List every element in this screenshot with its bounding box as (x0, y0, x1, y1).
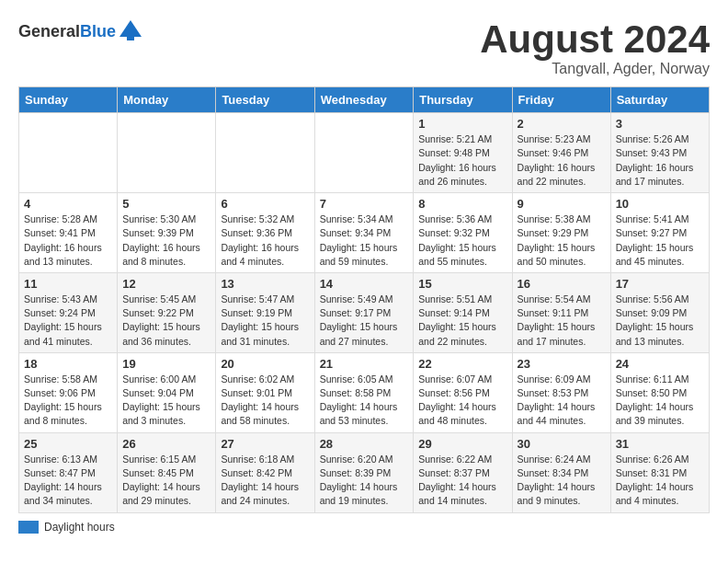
calendar-cell: 25Sunrise: 6:13 AM Sunset: 8:47 PM Dayli… (19, 432, 118, 512)
calendar-week-row: 18Sunrise: 5:58 AM Sunset: 9:06 PM Dayli… (19, 352, 710, 432)
logo-icon (118, 18, 143, 44)
calendar-cell: 5Sunrise: 5:30 AM Sunset: 9:39 PM Daylig… (118, 193, 216, 273)
calendar-week-row: 1Sunrise: 5:21 AM Sunset: 9:48 PM Daylig… (19, 113, 710, 193)
day-number: 23 (518, 357, 606, 371)
day-info: Sunrise: 5:32 AM Sunset: 9:36 PM Dayligh… (221, 213, 309, 269)
day-number: 25 (24, 437, 112, 451)
calendar-body: 1Sunrise: 5:21 AM Sunset: 9:48 PM Daylig… (19, 113, 710, 512)
calendar-cell (314, 113, 414, 193)
calendar-cell: 30Sunrise: 6:24 AM Sunset: 8:34 PM Dayli… (512, 432, 610, 512)
calendar-cell: 26Sunrise: 6:15 AM Sunset: 8:45 PM Dayli… (118, 432, 216, 512)
day-info: Sunrise: 5:28 AM Sunset: 9:41 PM Dayligh… (24, 213, 112, 269)
day-number: 15 (418, 277, 506, 291)
title-block: August 2024 Tangvall, Agder, Norway (480, 18, 710, 77)
calendar-cell: 24Sunrise: 6:11 AM Sunset: 8:50 PM Dayli… (610, 352, 709, 432)
calendar-cell: 12Sunrise: 5:45 AM Sunset: 9:22 PM Dayli… (118, 272, 216, 352)
day-number: 18 (24, 357, 112, 371)
day-info: Sunrise: 6:13 AM Sunset: 8:47 PM Dayligh… (24, 453, 112, 509)
day-info: Sunrise: 5:41 AM Sunset: 9:27 PM Dayligh… (616, 213, 704, 269)
day-info: Sunrise: 5:30 AM Sunset: 9:39 PM Dayligh… (122, 213, 210, 269)
day-number: 5 (122, 197, 210, 211)
day-info: Sunrise: 6:22 AM Sunset: 8:37 PM Dayligh… (418, 453, 506, 509)
day-info: Sunrise: 5:43 AM Sunset: 9:24 PM Dayligh… (24, 293, 112, 349)
day-number: 3 (616, 117, 704, 131)
calendar-cell: 14Sunrise: 5:49 AM Sunset: 9:17 PM Dayli… (314, 272, 414, 352)
day-info: Sunrise: 5:23 AM Sunset: 9:46 PM Dayligh… (518, 132, 606, 189)
day-info: Sunrise: 5:56 AM Sunset: 9:09 PM Dayligh… (616, 293, 704, 349)
calendar-cell: 15Sunrise: 5:51 AM Sunset: 9:14 PM Dayli… (414, 272, 512, 352)
calendar-week-row: 11Sunrise: 5:43 AM Sunset: 9:24 PM Dayli… (19, 272, 710, 352)
day-number: 21 (320, 357, 409, 371)
day-number: 6 (221, 197, 309, 211)
calendar-cell: 3Sunrise: 5:26 AM Sunset: 9:43 PM Daylig… (610, 113, 709, 193)
calendar-cell (118, 113, 216, 193)
calendar-cell: 11Sunrise: 5:43 AM Sunset: 9:24 PM Dayli… (19, 272, 118, 352)
calendar-cell: 2Sunrise: 5:23 AM Sunset: 9:46 PM Daylig… (512, 113, 610, 193)
day-number: 14 (320, 277, 409, 291)
day-info: Sunrise: 6:18 AM Sunset: 8:42 PM Dayligh… (221, 453, 309, 509)
calendar-week-row: 25Sunrise: 6:13 AM Sunset: 8:47 PM Dayli… (19, 432, 710, 512)
calendar-table: SundayMondayTuesdayWednesdayThursdayFrid… (18, 86, 710, 512)
day-info: Sunrise: 5:38 AM Sunset: 9:29 PM Dayligh… (518, 213, 606, 269)
calendar-cell: 20Sunrise: 6:02 AM Sunset: 9:01 PM Dayli… (216, 352, 314, 432)
calendar-cell: 8Sunrise: 5:36 AM Sunset: 9:32 PM Daylig… (414, 193, 512, 273)
calendar-cell: 31Sunrise: 6:26 AM Sunset: 8:31 PM Dayli… (610, 432, 709, 512)
day-number: 12 (122, 277, 210, 291)
weekday-header: Monday (118, 87, 216, 113)
weekday-header: Sunday (19, 87, 118, 113)
day-number: 16 (518, 277, 606, 291)
legend: Daylight hours (18, 521, 710, 534)
weekday-header: Tuesday (216, 87, 314, 113)
day-number: 20 (221, 357, 309, 371)
day-info: Sunrise: 5:47 AM Sunset: 9:19 PM Dayligh… (221, 293, 309, 349)
day-info: Sunrise: 6:15 AM Sunset: 8:45 PM Dayligh… (122, 453, 210, 509)
day-info: Sunrise: 6:20 AM Sunset: 8:39 PM Dayligh… (320, 453, 409, 509)
calendar-cell: 22Sunrise: 6:07 AM Sunset: 8:56 PM Dayli… (414, 352, 512, 432)
page-title: August 2024 (480, 18, 710, 61)
logo: GeneralBlue (18, 18, 143, 44)
weekday-header: Saturday (610, 87, 709, 113)
day-info: Sunrise: 6:00 AM Sunset: 9:04 PM Dayligh… (122, 373, 210, 429)
calendar-cell: 4Sunrise: 5:28 AM Sunset: 9:41 PM Daylig… (19, 193, 118, 273)
calendar-cell: 19Sunrise: 6:00 AM Sunset: 9:04 PM Dayli… (118, 352, 216, 432)
weekday-header-row: SundayMondayTuesdayWednesdayThursdayFrid… (19, 87, 710, 113)
weekday-header: Wednesday (314, 87, 414, 113)
day-number: 27 (221, 437, 309, 451)
day-number: 11 (24, 277, 112, 291)
day-number: 28 (320, 437, 409, 451)
day-number: 22 (418, 357, 506, 371)
calendar-cell: 27Sunrise: 6:18 AM Sunset: 8:42 PM Dayli… (216, 432, 314, 512)
day-number: 30 (518, 437, 606, 451)
day-number: 29 (418, 437, 506, 451)
calendar-cell: 6Sunrise: 5:32 AM Sunset: 9:36 PM Daylig… (216, 193, 314, 273)
calendar-cell (216, 113, 314, 193)
day-info: Sunrise: 5:34 AM Sunset: 9:34 PM Dayligh… (320, 213, 409, 269)
calendar-cell: 18Sunrise: 5:58 AM Sunset: 9:06 PM Dayli… (19, 352, 118, 432)
day-number: 9 (518, 197, 606, 211)
day-info: Sunrise: 5:26 AM Sunset: 9:43 PM Dayligh… (616, 132, 704, 189)
calendar-week-row: 4Sunrise: 5:28 AM Sunset: 9:41 PM Daylig… (19, 193, 710, 273)
day-number: 10 (616, 197, 704, 211)
weekday-header: Thursday (414, 87, 512, 113)
day-number: 19 (122, 357, 210, 371)
calendar-cell (19, 113, 118, 193)
day-info: Sunrise: 6:05 AM Sunset: 8:58 PM Dayligh… (320, 373, 409, 429)
legend-color-box (18, 521, 39, 534)
calendar-cell: 9Sunrise: 5:38 AM Sunset: 9:29 PM Daylig… (512, 193, 610, 273)
logo-general: General (18, 22, 80, 40)
calendar-cell: 16Sunrise: 5:54 AM Sunset: 9:11 PM Dayli… (512, 272, 610, 352)
calendar-cell: 21Sunrise: 6:05 AM Sunset: 8:58 PM Dayli… (314, 352, 414, 432)
calendar-cell: 29Sunrise: 6:22 AM Sunset: 8:37 PM Dayli… (414, 432, 512, 512)
logo-blue: Blue (80, 22, 116, 40)
day-number: 2 (518, 117, 606, 131)
day-number: 24 (616, 357, 704, 371)
svg-rect-1 (127, 35, 134, 40)
calendar-cell: 17Sunrise: 5:56 AM Sunset: 9:09 PM Dayli… (610, 272, 709, 352)
day-info: Sunrise: 5:51 AM Sunset: 9:14 PM Dayligh… (418, 293, 506, 349)
calendar-cell: 10Sunrise: 5:41 AM Sunset: 9:27 PM Dayli… (610, 193, 709, 273)
day-info: Sunrise: 6:11 AM Sunset: 8:50 PM Dayligh… (616, 373, 704, 429)
calendar-cell: 28Sunrise: 6:20 AM Sunset: 8:39 PM Dayli… (314, 432, 414, 512)
day-info: Sunrise: 6:02 AM Sunset: 9:01 PM Dayligh… (221, 373, 309, 429)
day-number: 31 (616, 437, 704, 451)
day-info: Sunrise: 5:49 AM Sunset: 9:17 PM Dayligh… (320, 293, 409, 349)
